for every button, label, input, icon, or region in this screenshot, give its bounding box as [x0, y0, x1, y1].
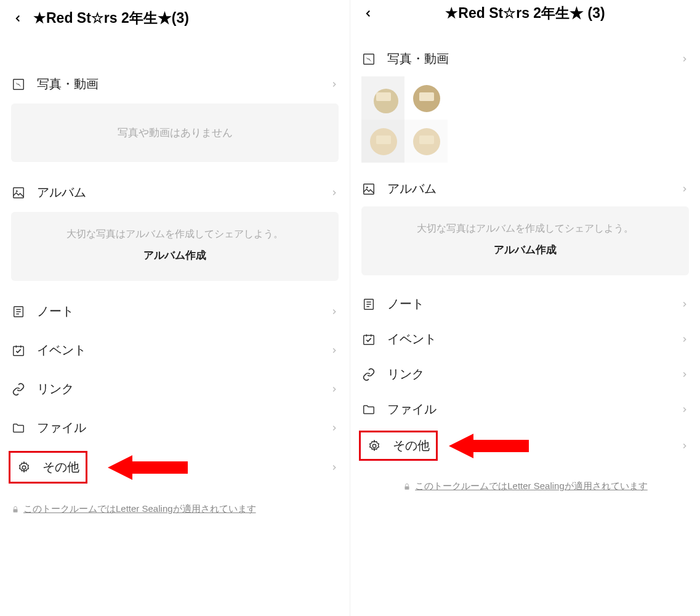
left-panel: ★Red St☆rs 2年生★(3) 写真・動画 写真や動画はありません アルバ… [0, 0, 350, 616]
svg-rect-1 [14, 187, 24, 198]
menu-label: リンク [37, 381, 330, 397]
menu-label: その他 [42, 459, 79, 476]
photos-empty-box: 写真や動画はありません [11, 103, 339, 162]
note-icon [361, 297, 376, 312]
chevron-right-icon [680, 370, 689, 379]
menu-label: ノート [387, 296, 680, 312]
lock-icon [11, 505, 20, 514]
footer-text: このトークルームではLetter Sealingが適用されています [415, 480, 648, 492]
chevron-right-icon [330, 346, 339, 355]
chevron-right-icon [330, 463, 339, 472]
menu-link[interactable]: リンク [6, 370, 344, 408]
link-icon [11, 382, 26, 397]
chevron-right-icon [330, 307, 339, 316]
back-button[interactable] [11, 12, 25, 25]
thumbnail[interactable] [361, 76, 404, 120]
menu-photos[interactable]: 写真・動画 [356, 41, 694, 76]
menu-label: ファイル [37, 419, 330, 436]
chevron-right-icon [680, 442, 689, 450]
thumbnail[interactable] [404, 120, 448, 163]
photo-thumbnails[interactable] [361, 76, 448, 163]
arrow-annotation [449, 431, 529, 461]
menu-file[interactable]: ファイル [6, 408, 344, 447]
arrow-annotation [108, 452, 188, 483]
footer-text: このトークルームではLetter Sealingが適用されています [23, 503, 256, 515]
svg-point-10 [22, 466, 26, 469]
gear-icon [367, 439, 382, 453]
page-title: ★Red St☆rs 2年生★ (3) [445, 4, 605, 23]
note-icon [11, 304, 26, 319]
svg-marker-24 [449, 434, 529, 458]
gear-icon [17, 460, 31, 475]
folder-icon [11, 421, 26, 436]
thumbnail[interactable] [361, 120, 404, 163]
calendar-icon [11, 343, 26, 358]
menu-label: リンク [387, 366, 680, 383]
image-icon [361, 52, 376, 67]
album-create-button[interactable]: アルバム作成 [374, 243, 677, 257]
svg-rect-14 [364, 184, 374, 194]
menu-other[interactable]: その他 [13, 454, 83, 480]
lock-icon [403, 482, 411, 491]
album-icon [11, 185, 26, 200]
menu-file[interactable]: ファイル [356, 392, 694, 427]
album-empty-box[interactable]: 大切な写真はアルバムを作成してシェアしよう。 アルバム作成 [361, 206, 689, 275]
chevron-right-icon [680, 335, 689, 344]
right-panel: ★Red St☆rs 2年生★ (3) 写真・動画 アルバム 大切な写真はアルバ… [350, 0, 700, 616]
menu-label: その他 [393, 437, 430, 454]
back-button[interactable] [361, 7, 375, 20]
svg-rect-25 [405, 486, 409, 489]
album-create-button[interactable]: アルバム作成 [23, 248, 326, 262]
menu-label: 写真・動画 [387, 51, 680, 67]
chevron-right-icon [680, 55, 689, 63]
chevron-right-icon [680, 185, 689, 193]
empty-text: 写真や動画はありません [23, 126, 326, 140]
footer-note[interactable]: このトークルームではLetter Sealingが適用されています [356, 464, 694, 500]
chevron-right-icon [330, 80, 339, 89]
menu-label: アルバム [387, 180, 680, 197]
footer-note[interactable]: このトークルームではLetter Sealingが適用されています [6, 487, 344, 522]
svg-marker-11 [108, 455, 188, 480]
menu-label: ノート [37, 303, 330, 320]
chevron-right-icon [330, 385, 339, 394]
menu-label: ファイル [387, 401, 680, 418]
chevron-left-icon [363, 8, 374, 19]
chevron-right-icon [680, 405, 689, 414]
header: ★Red St☆rs 2年生★(3) [6, 0, 344, 40]
menu-label: アルバム [37, 184, 330, 201]
svg-rect-12 [14, 509, 18, 512]
menu-note[interactable]: ノート [6, 292, 344, 331]
header: ★Red St☆rs 2年生★ (3) [356, 0, 694, 41]
menu-label: イベント [37, 342, 330, 359]
menu-other[interactable]: その他 [363, 434, 433, 458]
menu-album[interactable]: アルバム [6, 173, 344, 212]
link-icon [361, 367, 376, 382]
chevron-right-icon [330, 188, 339, 197]
highlight-annotation: その他 [9, 451, 87, 484]
image-icon [11, 77, 26, 92]
thumbnail[interactable] [404, 76, 448, 120]
folder-icon [361, 402, 376, 417]
chevron-right-icon [680, 300, 689, 309]
chevron-left-icon [12, 13, 23, 24]
menu-label: 写真・動画 [37, 76, 330, 92]
menu-event[interactable]: イベント [6, 331, 344, 370]
menu-note[interactable]: ノート [356, 286, 694, 322]
album-description: 大切な写真はアルバムを作成してシェアしよう。 [374, 222, 677, 235]
album-description: 大切な写真はアルバムを作成してシェアしよう。 [23, 228, 326, 241]
chevron-right-icon [330, 424, 339, 432]
menu-event[interactable]: イベント [356, 322, 694, 357]
svg-point-15 [366, 186, 368, 188]
svg-point-23 [372, 444, 376, 448]
page-title: ★Red St☆rs 2年生★(3) [33, 9, 189, 28]
menu-label: イベント [387, 331, 680, 347]
svg-point-2 [16, 190, 18, 192]
album-icon [361, 182, 376, 197]
menu-link[interactable]: リンク [356, 357, 694, 392]
calendar-icon [361, 332, 376, 347]
menu-album[interactable]: アルバム [356, 171, 694, 206]
album-empty-box[interactable]: 大切な写真はアルバムを作成してシェアしよう。 アルバム作成 [11, 212, 339, 281]
highlight-annotation: その他 [359, 431, 438, 461]
menu-photos[interactable]: 写真・動画 [6, 65, 344, 103]
